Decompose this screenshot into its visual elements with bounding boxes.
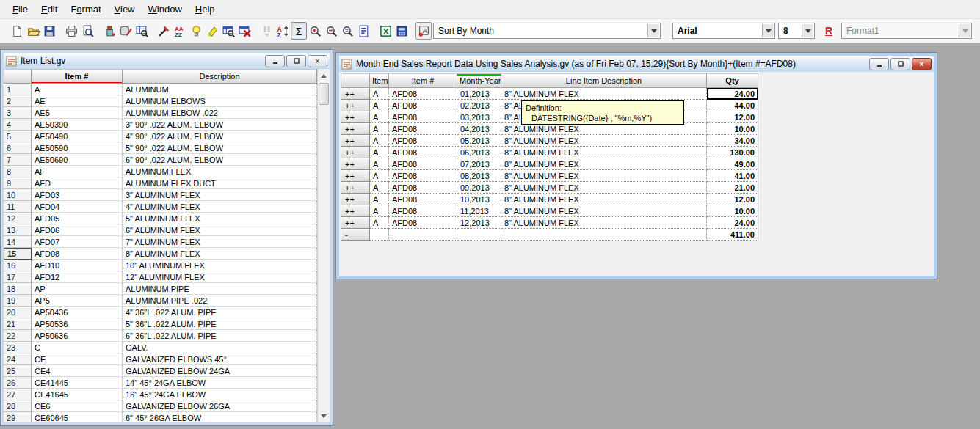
qty-cell[interactable]: 24.00 bbox=[707, 217, 758, 229]
qty-cell[interactable]: 12.00 bbox=[707, 111, 758, 123]
close-button[interactable]: × bbox=[912, 58, 932, 70]
item-cell[interactable]: A bbox=[370, 217, 389, 229]
item-number-cell[interactable]: A bbox=[32, 84, 123, 95]
item-number-cell[interactable]: AP50436 bbox=[32, 307, 123, 318]
close-button[interactable]: × bbox=[308, 55, 327, 67]
sum-icon[interactable]: Σ bbox=[291, 22, 307, 40]
row-number-cell[interactable]: 13 bbox=[4, 224, 32, 236]
item-number-cell[interactable]: AE50590 bbox=[32, 142, 123, 154]
row-number-cell[interactable]: 24 bbox=[4, 353, 32, 365]
row-expand-button[interactable]: ++ bbox=[341, 158, 370, 170]
description-cell[interactable]: 4" 36"L .022 ALUM. PIPE bbox=[123, 307, 317, 318]
description-cell[interactable]: 6" 45° 26GA ELBOW bbox=[123, 412, 317, 422]
item-number-cell[interactable]: AE50390 bbox=[32, 119, 123, 131]
month-year-cell[interactable]: 10,2013 bbox=[457, 194, 501, 205]
row-expand-button[interactable]: ++ bbox=[341, 170, 370, 182]
item-number-cell[interactable]: AFD04 bbox=[32, 201, 123, 213]
item-number-cell[interactable]: AE bbox=[32, 95, 123, 107]
sort-aa-zz-icon[interactable]: AAZZ bbox=[172, 22, 188, 40]
row-number-cell[interactable]: 21 bbox=[4, 318, 32, 330]
item-cell[interactable]: A bbox=[370, 170, 389, 182]
item-number-cell[interactable] bbox=[389, 229, 457, 241]
row-number-cell[interactable]: 5 bbox=[4, 131, 32, 142]
menu-item-format[interactable]: Format bbox=[64, 1, 107, 18]
row-number-cell[interactable]: 1 bbox=[4, 84, 32, 95]
month-year-cell[interactable]: 09,2013 bbox=[457, 182, 501, 194]
sales-report-titlebar[interactable]: Month End Sales Report Data Using Sales … bbox=[339, 56, 934, 72]
description-cell[interactable]: 5" 36"L .022 ALUM. PIPE bbox=[123, 318, 317, 330]
zoom-page-icon[interactable] bbox=[339, 22, 355, 40]
scrollbar-thumb[interactable] bbox=[319, 83, 329, 105]
maximize-button[interactable] bbox=[286, 55, 306, 67]
row-expand-button[interactable]: ++ bbox=[341, 88, 370, 100]
row-expand-button[interactable]: ++ bbox=[341, 182, 370, 194]
qty-cell[interactable]: 10.00 bbox=[707, 123, 758, 135]
description-cell[interactable]: ALUMINUM FLEX DUCT bbox=[123, 177, 317, 189]
description-cell[interactable]: 12" ALUMINUM FLEX bbox=[123, 271, 317, 283]
font-combobox[interactable]: Arial bbox=[672, 23, 775, 39]
row-number-cell[interactable]: 8 bbox=[4, 166, 32, 177]
description-cell[interactable]: ALUMINUM PIPE .022 bbox=[123, 295, 317, 307]
description-cell[interactable]: 8" ALUMINUM FLEX bbox=[123, 248, 317, 260]
minimize-button[interactable] bbox=[869, 58, 889, 70]
qty-cell[interactable]: 21.00 bbox=[707, 182, 758, 194]
item-number-cell[interactable]: AE50690 bbox=[32, 154, 123, 166]
item-number-cell[interactable]: AE5 bbox=[32, 107, 123, 119]
item-number-cell[interactable]: AFD10 bbox=[32, 260, 123, 271]
description-cell[interactable]: 5" 90° .022 ALUM. ELBOW bbox=[123, 142, 317, 154]
item-cell[interactable]: A bbox=[370, 123, 389, 135]
highlighter-icon[interactable] bbox=[204, 22, 220, 40]
row-number-cell[interactable]: 20 bbox=[4, 307, 32, 318]
description-cell[interactable]: 16" 45° 24GA ELBOW bbox=[123, 389, 317, 400]
row-number-cell[interactable]: 28 bbox=[4, 400, 32, 412]
item-number-cell[interactable]: CE41445 bbox=[32, 377, 123, 389]
row-number-cell[interactable]: 25 bbox=[4, 365, 32, 377]
description-cell[interactable]: GALVANIZED ELBOW 26GA bbox=[123, 400, 317, 412]
print-icon[interactable] bbox=[63, 22, 79, 40]
qty-cell[interactable]: 41.00 bbox=[707, 170, 758, 182]
row-expand-button[interactable]: ++ bbox=[341, 123, 370, 135]
item-cell[interactable]: A bbox=[370, 88, 389, 100]
edit-database-icon[interactable] bbox=[117, 22, 134, 40]
item-number-cell[interactable]: AFD08 bbox=[389, 158, 457, 170]
row-number-cell[interactable]: 15 bbox=[4, 248, 32, 260]
save-icon[interactable] bbox=[41, 22, 57, 40]
item-number-cell[interactable]: AFD03 bbox=[32, 189, 123, 201]
scrollbar-track[interactable] bbox=[318, 81, 330, 410]
line-item-description-cell[interactable]: 8" ALUMINUM FLEX bbox=[501, 182, 707, 194]
description-cell[interactable]: GALVANIZED ELBOWS 45° bbox=[123, 353, 317, 365]
description-cell[interactable]: 4" ALUMINUM FLEX bbox=[123, 201, 317, 213]
item-number-cell[interactable]: AP bbox=[32, 283, 123, 295]
item-number-cell[interactable]: CE41645 bbox=[32, 389, 123, 400]
description-cell[interactable]: 3" 90° .022 ALUM. ELBOW bbox=[123, 119, 317, 131]
line-item-description-cell[interactable]: 8" ALUMINUM FLEX bbox=[501, 135, 707, 147]
item-cell[interactable]: A bbox=[370, 147, 389, 158]
line-item-description-cell[interactable]: 8" ALUMINUM FLEX bbox=[501, 217, 707, 229]
item-cell[interactable] bbox=[370, 229, 389, 241]
row-number-cell[interactable]: 18 bbox=[4, 283, 32, 295]
item-number-cell[interactable]: AP5 bbox=[32, 295, 123, 307]
zoom-out-icon[interactable] bbox=[323, 22, 339, 40]
description-cell[interactable]: ALUMINUM ELBOW .022 bbox=[123, 107, 317, 119]
item-number-cell[interactable]: AFD08 bbox=[389, 182, 457, 194]
column-header-item[interactable]: Item # bbox=[32, 69, 123, 84]
description-cell[interactable]: 14" 45° 24GA ELBOW bbox=[123, 377, 317, 389]
item-number-cell[interactable]: AFD08 bbox=[389, 217, 457, 229]
line-item-description-cell[interactable]: 8" ALUMINUM FLEX bbox=[501, 205, 707, 217]
print-preview-icon[interactable] bbox=[79, 22, 95, 40]
description-cell[interactable]: ALUMINUM FLEX bbox=[123, 166, 317, 177]
description-cell[interactable]: 6" 90° .022 ALUM. ELBOW bbox=[123, 154, 317, 166]
row-number-cell[interactable]: 11 bbox=[4, 201, 32, 213]
item-number-cell[interactable]: AFD08 bbox=[389, 170, 457, 182]
row-number-cell[interactable]: 16 bbox=[4, 260, 32, 271]
row-button-header[interactable] bbox=[341, 73, 370, 88]
item-list-titlebar[interactable]: Item List.gv × bbox=[4, 53, 330, 69]
item-number-cell[interactable]: AFD08 bbox=[389, 88, 457, 100]
item-number-cell[interactable]: AFD08 bbox=[389, 100, 457, 111]
month-year-cell[interactable]: 04,2013 bbox=[457, 123, 501, 135]
description-cell[interactable]: GALVANIZED ELBOW 24GA bbox=[123, 365, 317, 377]
column-header-item-no[interactable]: Item # bbox=[389, 73, 457, 88]
row-number-cell[interactable]: 14 bbox=[4, 236, 32, 248]
item-number-cell[interactable]: CE60645 bbox=[32, 412, 123, 422]
row-number-cell[interactable]: 2 bbox=[4, 95, 32, 107]
